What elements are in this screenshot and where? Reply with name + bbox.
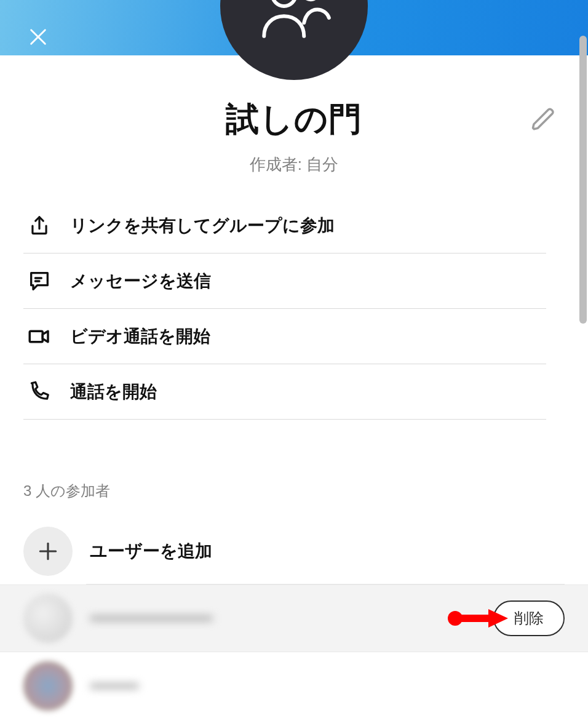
participant-name bbox=[90, 616, 213, 621]
title-row: 試しの門 bbox=[0, 97, 588, 142]
share-link-item[interactable]: リンクを共有してグループに参加 bbox=[23, 198, 546, 253]
start-call-item[interactable]: 通話を開始 bbox=[23, 364, 546, 420]
creator-label: 作成者: 自分 bbox=[0, 154, 588, 175]
svg-point-9 bbox=[448, 611, 463, 626]
participant-row[interactable] bbox=[0, 652, 588, 720]
participant-row[interactable]: 削除 bbox=[0, 584, 588, 652]
action-label: リンクを共有してグループに参加 bbox=[70, 214, 335, 237]
edit-button[interactable] bbox=[529, 105, 558, 134]
participants-header: 3 人の参加者 bbox=[23, 481, 110, 501]
delete-button[interactable]: 削除 bbox=[493, 600, 565, 636]
action-label: 通話を開始 bbox=[70, 380, 157, 404]
participant-name bbox=[90, 684, 139, 688]
video-icon bbox=[26, 323, 53, 350]
message-icon bbox=[26, 268, 53, 295]
action-label: ビデオ通話を開始 bbox=[70, 325, 210, 348]
pencil-icon bbox=[531, 106, 557, 132]
actions-list: リンクを共有してグループに参加 メッセージを送信 ビデオ通話を開始 bbox=[23, 198, 546, 420]
svg-rect-6 bbox=[30, 331, 42, 342]
close-button[interactable] bbox=[26, 25, 50, 49]
close-icon bbox=[28, 26, 49, 47]
send-message-item[interactable]: メッセージを送信 bbox=[23, 253, 546, 309]
add-user-item[interactable]: ユーザーを追加 bbox=[0, 518, 588, 584]
group-title: 試しの門 bbox=[226, 100, 362, 137]
group-avatar bbox=[220, 0, 368, 80]
plus-icon bbox=[36, 540, 60, 563]
svg-point-2 bbox=[272, 0, 296, 6]
participant-avatar bbox=[23, 661, 73, 711]
add-user-label: ユーザーを追加 bbox=[90, 540, 212, 563]
group-avatar-icon bbox=[254, 0, 334, 46]
action-label: メッセージを送信 bbox=[70, 269, 211, 293]
svg-rect-10 bbox=[455, 615, 491, 622]
scrollbar[interactable] bbox=[579, 36, 587, 324]
participants-list: ユーザーを追加 削除 bbox=[0, 518, 588, 720]
participant-avatar bbox=[23, 594, 73, 643]
start-video-item[interactable]: ビデオ通話を開始 bbox=[23, 309, 546, 364]
share-icon bbox=[26, 212, 53, 239]
phone-icon bbox=[26, 378, 53, 405]
group-profile-screen: 試しの門 作成者: 自分 リンクを共有してグループに参加 bbox=[0, 0, 588, 726]
add-user-bubble bbox=[23, 527, 73, 576]
